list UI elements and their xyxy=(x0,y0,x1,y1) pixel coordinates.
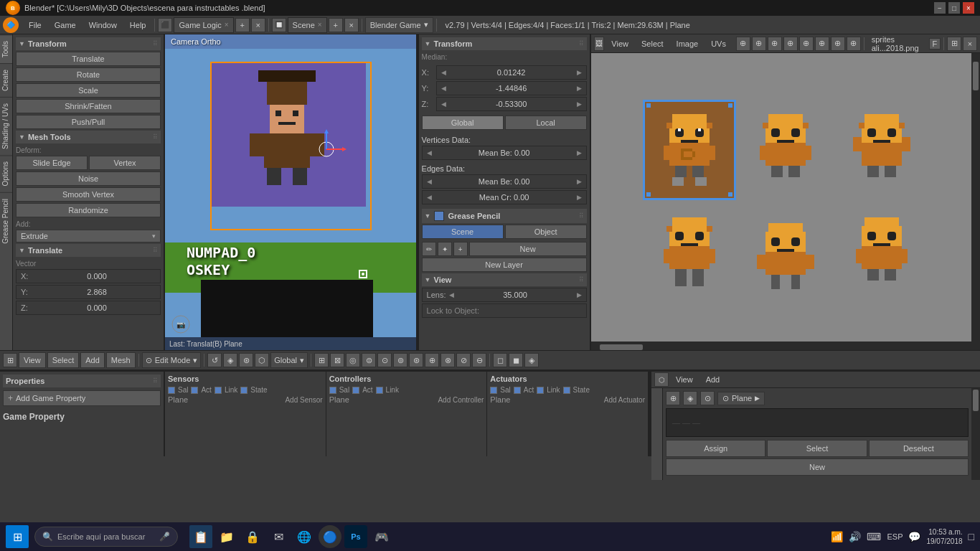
taskbar-app-mail[interactable]: ✉ xyxy=(267,525,290,548)
actuator-add-btn[interactable]: Add Actuator xyxy=(604,396,645,404)
extrude-select[interactable]: Extrude ▾ xyxy=(16,230,161,242)
mesh-tools-section-header[interactable]: ▼ Mesh Tools ⠿ xyxy=(16,131,161,143)
tools-tab[interactable]: Tools xyxy=(0,34,12,63)
randomize-button[interactable]: Randomize xyxy=(16,203,161,217)
uv-nav-icon-1[interactable]: ⊕ xyxy=(666,391,680,405)
image-uvs-menu[interactable]: UVs xyxy=(705,36,732,52)
object-gp-button[interactable]: Object xyxy=(505,225,587,239)
image-f-button[interactable]: F xyxy=(929,38,941,50)
sprite-cell-2[interactable] xyxy=(739,100,832,200)
toolbar-icon-11[interactable]: ⊛ xyxy=(409,353,423,367)
toolbar-view-icon[interactable]: ⊞ xyxy=(3,353,17,367)
push-pull-button[interactable]: Push/Pull xyxy=(16,115,161,129)
lock-to-object-field[interactable]: Lock to Object: xyxy=(422,303,587,318)
smooth-vertex-button[interactable]: Smooth Vertex xyxy=(16,187,161,202)
taskbar-app-chrome[interactable]: 🔵 xyxy=(319,525,341,548)
controller-add-btn[interactable]: Add Controller xyxy=(438,396,484,404)
shading-uvs-tab[interactable]: Shading / UVs xyxy=(0,97,12,155)
minimize-button[interactable]: − xyxy=(934,2,946,14)
taskbar-search[interactable]: 🔍 Escribe aquí para buscar 🎤 xyxy=(34,527,178,547)
toolbar-icon-4[interactable]: ⬡ xyxy=(255,353,269,367)
uv-nav-icon-2[interactable]: ◈ xyxy=(683,391,697,405)
gp-plus-icon[interactable]: + xyxy=(453,242,468,256)
right-transform-header[interactable]: ▼ Transform ⠿ xyxy=(422,37,587,50)
translate-z-field[interactable]: Z: 0.000 xyxy=(16,301,161,315)
toolbar-icon-3[interactable]: ⊛ xyxy=(239,353,253,367)
game-menu[interactable]: Game xyxy=(49,17,82,33)
global-button[interactable]: Global xyxy=(422,116,504,130)
gp-new-button[interactable]: New xyxy=(469,242,587,256)
taskbar-app-photoshop[interactable]: Ps xyxy=(344,525,367,548)
deselect-button[interactable]: Deselect xyxy=(869,440,969,457)
taskbar-app-files[interactable]: 📋 xyxy=(189,525,212,548)
game-logic-tab[interactable]: Game Logic × xyxy=(174,17,233,33)
act-sal-check[interactable] xyxy=(490,387,497,394)
ctrl-sal-check[interactable] xyxy=(329,387,336,394)
toolbar-view-btn[interactable]: View xyxy=(19,352,46,368)
sprite-cell-4[interactable] xyxy=(643,203,736,303)
toolbar-select-btn[interactable]: Select xyxy=(47,352,80,368)
toolbar-icon-10[interactable]: ⊚ xyxy=(393,353,407,367)
toolbar-icon-12[interactable]: ⊕ xyxy=(425,353,439,367)
image-nav-icon-6[interactable]: ⊕ xyxy=(815,37,829,51)
image-scrollbar-thumb-h[interactable] xyxy=(600,344,643,350)
image-nav-icon-8[interactable]: ⊕ xyxy=(847,37,861,51)
image-image-menu[interactable]: Image xyxy=(671,36,705,52)
image-view-menu[interactable]: View xyxy=(606,36,634,52)
area-type-icon[interactable]: ⬛ xyxy=(158,18,172,32)
translate-button[interactable]: Translate xyxy=(16,52,161,66)
sprite-cell-3[interactable] xyxy=(835,100,928,200)
toolbar-icon-14[interactable]: ⊘ xyxy=(456,353,471,367)
taskbar-expand-icon[interactable]: □ xyxy=(969,531,974,542)
toolbar-icon-7[interactable]: ◎ xyxy=(346,353,360,367)
sprite-cell-1[interactable] xyxy=(643,100,736,200)
act-link-check[interactable] xyxy=(537,387,544,394)
mean-cr-value[interactable]: ◀ Mean Cr: 0.00 ▶ xyxy=(422,190,587,204)
median-z-input[interactable]: ◀ -0.53300 ▶ xyxy=(436,97,587,111)
viewport[interactable]: Camera Ortho NUMPAD_0 OSKEY 📷 Last: Tran… xyxy=(165,34,418,350)
toolbar-icon-1[interactable]: ↺ xyxy=(207,353,222,367)
uv-editor-icon[interactable]: ⬡ xyxy=(654,372,669,387)
transform-section-header[interactable]: ▼ Transform ⠿ xyxy=(16,37,161,50)
options-tab[interactable]: Options xyxy=(0,155,12,192)
taskbar-wifi-icon[interactable]: 📶 xyxy=(831,531,843,542)
windows-start-button[interactable]: ⊞ xyxy=(6,525,29,548)
translate-x-field[interactable]: X: 0.000 xyxy=(16,269,161,283)
add-editor-icon[interactable]: + xyxy=(235,18,250,32)
scene-type-icon[interactable]: 🔲 xyxy=(272,18,286,32)
taskbar-speaker-icon[interactable]: 🔊 xyxy=(849,531,861,542)
toolbar-icon-8[interactable]: ⊜ xyxy=(362,353,376,367)
toolbar-icon-2[interactable]: ◈ xyxy=(223,353,237,367)
act-act-check[interactable] xyxy=(514,387,521,394)
grease-pencil-tab[interactable]: Grease Pencil xyxy=(0,192,12,250)
grease-pencil-header[interactable]: ▼ Grease Pencil ⠿ xyxy=(422,209,587,223)
scene-gp-button[interactable]: Scene xyxy=(422,225,504,239)
rotate-button[interactable]: Rotate xyxy=(16,67,161,82)
shrink-fatten-button[interactable]: Shrink/Fatten xyxy=(16,99,161,113)
scale-button[interactable]: Scale xyxy=(16,83,161,98)
ctrl-link-check[interactable] xyxy=(376,387,383,394)
view-section-header[interactable]: ▼ View ⠿ xyxy=(422,273,587,286)
editor-x-icon[interactable]: × xyxy=(251,18,265,32)
toolbar-icon-17[interactable]: ◼ xyxy=(509,353,523,367)
ctrl-act-check[interactable] xyxy=(352,387,359,394)
uv-scrollbar-thumb[interactable] xyxy=(973,390,979,411)
file-menu[interactable]: File xyxy=(23,17,47,33)
taskbar-app-blender[interactable]: 🎮 xyxy=(370,525,393,548)
assign-button[interactable]: Assign xyxy=(666,440,765,457)
sensor-sal-check[interactable] xyxy=(168,387,175,394)
local-button[interactable]: Local xyxy=(505,116,587,130)
toolbar-icon-13[interactable]: ⊗ xyxy=(440,353,455,367)
act-state-check[interactable] xyxy=(563,387,570,394)
toolbar-icon-6[interactable]: ⊠ xyxy=(330,353,344,367)
grease-pencil-check[interactable] xyxy=(434,211,444,221)
taskbar-app-edge[interactable]: 🌐 xyxy=(293,525,316,548)
toolbar-icon-9[interactable]: ⊙ xyxy=(377,353,392,367)
toolbar-icon-5[interactable]: ⊞ xyxy=(314,353,329,367)
sprite-cell-6[interactable] xyxy=(835,203,928,303)
sensor-link-check[interactable] xyxy=(215,387,222,394)
taskbar-app-explorer[interactable]: 📁 xyxy=(215,525,238,548)
translate-y-field[interactable]: Y: 2.868 xyxy=(16,285,161,299)
image-scrollbar-vertical[interactable] xyxy=(971,53,980,350)
image-nav-icon-3[interactable]: ⊕ xyxy=(768,37,782,51)
